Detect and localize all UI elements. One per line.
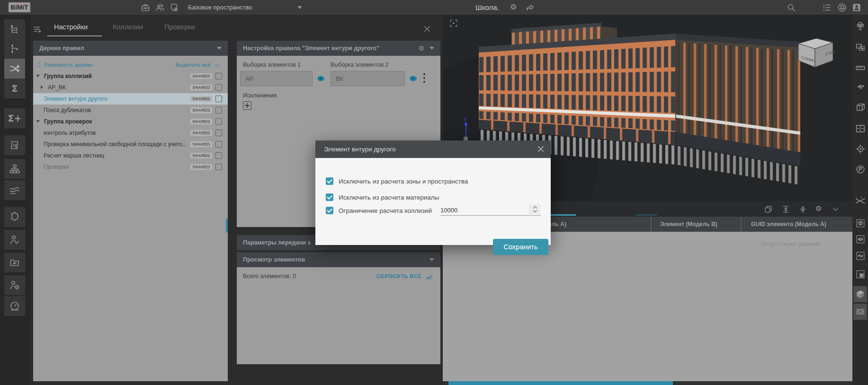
expand-rows-icon[interactable]: [781, 205, 790, 214]
selection1-field[interactable]: АР: [240, 71, 313, 86]
tree-scrollbar-thumb[interactable]: [226, 219, 228, 233]
column-header-element-b[interactable]: Элемент (Модель B): [652, 217, 742, 232]
svg-text:2D: 2D: [13, 143, 18, 148]
shuffle-icon[interactable]: [4, 59, 25, 79]
branch-icon[interactable]: [4, 39, 25, 59]
kebab-menu-icon[interactable]: [423, 73, 425, 84]
ruler-icon[interactable]: [853, 60, 867, 76]
folder-import-icon[interactable]: [4, 253, 25, 272]
cube-3d-icon[interactable]: [853, 99, 867, 115]
tree-row[interactable]: Группа проверокSHARED: [33, 116, 228, 127]
dashed-cube-icon[interactable]: [853, 215, 867, 231]
horizontal-scrollbar[interactable]: [443, 381, 852, 385]
puzzle-icon[interactable]: [4, 207, 25, 227]
gauge-icon[interactable]: [4, 296, 25, 316]
chevron-down-icon[interactable]: [297, 6, 302, 9]
chevron-down-icon[interactable]: [217, 47, 222, 50]
share-icon[interactable]: [525, 2, 535, 13]
chevron-down-icon[interactable]: [831, 205, 840, 214]
reset-all-link[interactable]: СБРОСИТЬ ВСЁ: [376, 273, 421, 279]
brand-logo[interactable]: BiMiT: [9, 2, 30, 12]
select-all-link[interactable]: Выделить всё: [176, 59, 211, 70]
floorplan-icon[interactable]: [853, 121, 867, 137]
view-elements-header[interactable]: Просмотр элементов: [237, 252, 440, 267]
collision-limit-input[interactable]: [440, 205, 541, 216]
tree-row[interactable]: контроль атрибутовSHARED: [33, 127, 228, 139]
tab-collisions[interactable]: Коллизии: [113, 23, 143, 31]
person-check-icon[interactable]: [4, 230, 25, 250]
org-chart-icon[interactable]: [4, 159, 25, 179]
dashed-x-icon[interactable]: [853, 266, 867, 282]
results-gear-icon[interactable]: ⚙: [815, 204, 822, 213]
save-button[interactable]: Сохранить: [493, 239, 548, 255]
tab-settings[interactable]: Настройки: [54, 23, 88, 31]
close-icon[interactable]: [423, 25, 431, 33]
tree-row[interactable]: Поиск дубликатовSHARED: [33, 105, 228, 116]
copy-icon[interactable]: [764, 205, 773, 214]
waves-icon[interactable]: [4, 180, 25, 200]
hierarchy-icon[interactable]: [4, 19, 25, 39]
rule-settings-header[interactable]: Настройка правила "Элемент внтури другог…: [237, 41, 440, 56]
selection2-field[interactable]: ВК: [331, 71, 405, 86]
selection2-label: Выборка элементов 2: [331, 61, 388, 68]
orbit-icon[interactable]: [853, 304, 867, 320]
sigma-icon[interactable]: Σ: [4, 79, 25, 98]
tree-row[interactable]: Группа коллизийSHARED: [33, 70, 228, 82]
shapes-select-icon[interactable]: [853, 39, 867, 55]
row-checkbox[interactable]: [215, 152, 222, 159]
collapse-rows-icon[interactable]: [798, 205, 807, 214]
row-checkbox[interactable]: [215, 107, 222, 114]
tree-row[interactable]: ПроверкиSHARED: [33, 161, 228, 173]
rule-gear-icon[interactable]: ⚙: [418, 41, 424, 56]
row-checkbox[interactable]: [215, 96, 222, 102]
sigma-plus-icon[interactable]: Σ+: [4, 108, 25, 128]
solid-cube-icon[interactable]: [853, 286, 867, 302]
tree-row[interactable]: Проверка минимальной свободной площади с…: [33, 139, 228, 150]
row-checkbox[interactable]: [215, 118, 222, 125]
project-settings-gear-icon[interactable]: ⚙: [510, 2, 517, 11]
shield-check-icon[interactable]: [169, 2, 179, 13]
dashed-eye-icon[interactable]: [853, 231, 867, 247]
row-checkbox[interactable]: [215, 141, 222, 148]
team-icon[interactable]: [155, 2, 165, 13]
navigation-cube[interactable]: Слева Сзади: [796, 37, 835, 69]
workspace-selector[interactable]: Базовое пространство: [188, 0, 252, 15]
zones-checkbox[interactable]: [326, 177, 333, 185]
dashed-eye-off-icon[interactable]: [853, 248, 867, 264]
panel-menu-icon[interactable]: [33, 25, 42, 34]
row-checkbox[interactable]: [215, 130, 222, 136]
rules-tree-header[interactable]: Дерево правил: [33, 41, 228, 56]
tree-icon[interactable]: [853, 18, 867, 34]
viewport-fullscreen-icon[interactable]: [449, 18, 458, 28]
dialog-close-icon[interactable]: [537, 145, 545, 153]
shared-badge: SHARED: [190, 153, 212, 158]
tree-row[interactable]: Расчет марша лестницSHARED: [33, 150, 228, 161]
bell-icon[interactable]: [837, 2, 847, 13]
tab-checks[interactable]: Проверки: [164, 23, 195, 31]
horizontal-scrollbar-thumb[interactable]: [448, 381, 673, 385]
flip-icon[interactable]: [853, 79, 867, 95]
chevron-down-icon[interactable]: [430, 47, 434, 50]
row-checkbox[interactable]: [215, 73, 222, 79]
list-icon[interactable]: [822, 2, 832, 13]
account-icon[interactable]: [851, 2, 862, 13]
total-elements-label: Всего элементов: 0: [243, 273, 296, 280]
expand-tree-link[interactable]: Развернуть дерево: [44, 59, 92, 70]
materials-checkbox[interactable]: [326, 193, 333, 201]
briefcase-icon[interactable]: [140, 2, 151, 13]
search-icon[interactable]: [786, 2, 796, 13]
flag-icon[interactable]: [853, 161, 867, 177]
number-spinner[interactable]: [529, 204, 540, 214]
row-checkbox[interactable]: [215, 164, 222, 170]
person-pin-icon[interactable]: [4, 275, 25, 295]
2d-icon[interactable]: 2D: [4, 135, 25, 155]
row-checkbox[interactable]: [215, 84, 222, 91]
collision-limit-checkbox[interactable]: [326, 207, 333, 214]
tree-row[interactable]: АР_ВКSHARED: [33, 82, 228, 93]
axes-icon[interactable]: 12: [853, 193, 867, 209]
tree-row-selected[interactable]: Элемент внтури другогоSHARED: [33, 93, 228, 105]
target-icon[interactable]: [853, 141, 867, 157]
column-header-guid-a[interactable]: GUID элемента (Модель А): [742, 217, 852, 232]
chevron-down-icon[interactable]: [430, 258, 434, 261]
add-exclusion-button[interactable]: [243, 101, 251, 110]
